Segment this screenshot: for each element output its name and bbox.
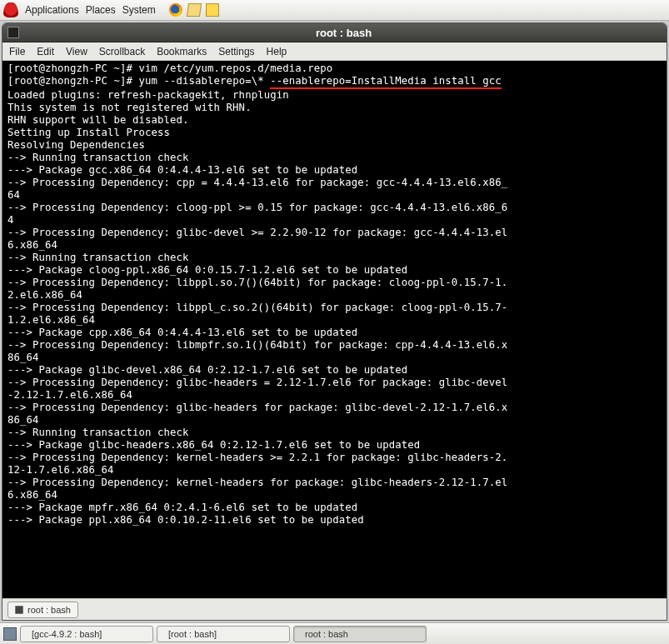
panel-menu-places[interactable]: Places [86, 4, 116, 16]
notes-icon[interactable] [206, 3, 219, 17]
terminal-output: Loaded plugins: refresh-packagekit, rhnp… [7, 89, 507, 526]
prompt-line-2: [root@zhongzh-PC ~]# yum --disablerepo=\… [7, 75, 502, 87]
menu-bookmarks[interactable]: Bookmarks [157, 46, 207, 57]
window-menubar: File Edit View Scrollback Bookmarks Sett… [2, 42, 667, 61]
task-button-2[interactable]: root : bash [293, 626, 427, 642]
task-label: root : bash [305, 629, 348, 639]
mail-icon[interactable] [187, 3, 202, 17]
panel-menu-system[interactable]: System [122, 4, 156, 16]
terminal-tab-label: root : bash [27, 605, 71, 615]
menu-view[interactable]: View [66, 46, 87, 57]
terminal-viewport[interactable]: [root@zhongzh-PC ~]# vim /etc/yum.repos.… [2, 61, 667, 598]
task-button-1[interactable]: [root : bash] [157, 626, 290, 642]
panel-menu-applications[interactable]: Applications [25, 4, 79, 16]
terminal-tab-0[interactable]: root : bash [7, 602, 78, 618]
menu-edit[interactable]: Edit [37, 46, 54, 57]
menu-settings[interactable]: Settings [218, 46, 254, 57]
firefox-icon[interactable] [169, 3, 182, 17]
distro-logo-icon [3, 2, 18, 17]
task-label: [root : bash] [168, 629, 217, 639]
window-titlebar[interactable]: root : bash [2, 23, 667, 42]
show-desktop-icon[interactable] [3, 627, 17, 641]
prompt-line-1: [root@zhongzh-PC ~]# vim /etc/yum.repos.… [7, 62, 332, 74]
terminal-tab-icon [15, 606, 23, 614]
menu-scrollback[interactable]: Scrollback [99, 46, 145, 57]
window-app-icon [7, 27, 19, 38]
terminal-window: root : bash File Edit View Scrollback Bo… [2, 22, 667, 621]
bottom-taskbar: [gcc-4.9.2 : bash] [root : bash] root : … [0, 622, 669, 644]
window-title: root : bash [26, 27, 662, 39]
terminal-tabs: root : bash [2, 598, 667, 620]
menu-file[interactable]: File [9, 46, 25, 57]
menu-help[interactable]: Help [267, 46, 287, 57]
top-panel: Applications Places System [0, 0, 669, 21]
highlighted-argument: --enablerepo=InstallMedia install gcc [270, 75, 502, 89]
task-label: [gcc-4.9.2 : bash] [32, 629, 102, 639]
task-button-0[interactable]: [gcc-4.9.2 : bash] [20, 626, 153, 642]
